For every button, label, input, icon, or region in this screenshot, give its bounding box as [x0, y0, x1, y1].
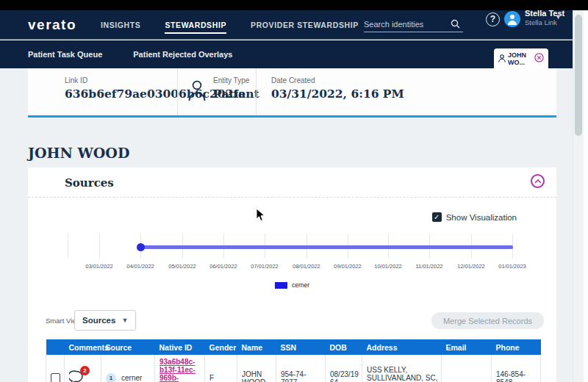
- sources-panel: Sources ✓ Show Visualization 03/01/2022 …: [28, 167, 556, 382]
- tick-label: 04/01/2022: [126, 263, 154, 270]
- legend-swatch-cerner: [275, 282, 287, 289]
- cell-gender: F: [205, 355, 237, 382]
- col-name: Name: [237, 339, 276, 355]
- nav-item-stewardship[interactable]: STEWARDSHIP: [165, 16, 226, 34]
- legend-label-cerner: cerner: [292, 281, 309, 289]
- col-phone: Phone: [492, 339, 541, 355]
- entity-type-label: Entity Type: [213, 76, 259, 84]
- scrollbar-thumb[interactable]: [575, 15, 582, 136]
- avatar[interactable]: [504, 11, 520, 27]
- tick-label: 12/01/2022: [457, 263, 485, 270]
- nav-item-insights[interactable]: INSIGHTS: [101, 16, 140, 34]
- cell-ssn: 954-74-7977: [276, 355, 326, 382]
- tick-label: 06/01/2022: [209, 263, 237, 270]
- entity-tab-chip[interactable]: JOHN WO...: [494, 48, 548, 68]
- timeline-series-cerner[interactable]: [140, 245, 513, 249]
- search-input[interactable]: [364, 18, 451, 32]
- tick-label: 01/01/2023: [498, 263, 526, 270]
- page-title: JOHN WOOD: [28, 145, 129, 161]
- main-nav: INSIGHTS STEWARDSHIP PROVIDER STEWARDSHI…: [101, 16, 359, 34]
- native-id-link[interactable]: 93a6b48c-b13f-11ec-969b-5ecd9c44174a: [159, 358, 201, 382]
- col-select: [46, 339, 65, 355]
- tick-label: 05/01/2022: [168, 263, 196, 270]
- show-visualization-checkbox[interactable]: ✓: [432, 212, 442, 222]
- show-visualization-toggle[interactable]: ✓ Show Visualization: [432, 212, 517, 222]
- cell-dob: 08/23/1964: [326, 355, 362, 382]
- col-email: Email: [442, 339, 492, 355]
- tick-label: 09/01/2022: [334, 263, 362, 270]
- patient-icon: [187, 79, 207, 115]
- date-created-value: 03/31/2022, 6:16 PM: [271, 87, 556, 101]
- row-checkbox[interactable]: [51, 373, 60, 382]
- col-address: Address: [362, 339, 442, 355]
- search-icon[interactable]: [451, 18, 460, 32]
- col-ssn: SSN: [276, 339, 326, 355]
- link-id-section: Link ID 636b6ef79ae03006b6c202fa: [28, 68, 177, 115]
- link-id-label: Link ID: [65, 76, 177, 84]
- page-scrollbar[interactable]: [573, 10, 584, 382]
- source-timeline-chart: 03/01/2022 04/01/2022 05/01/2022 06/01/2…: [28, 234, 556, 270]
- col-dob: DOB: [326, 339, 362, 355]
- link-id-value: 636b6ef79ae03006b6c202fa: [65, 87, 177, 101]
- entity-chip-label: JOHN WO...: [508, 51, 531, 66]
- comment-count-badge: 2: [80, 366, 90, 375]
- date-created-label: Date Created: [271, 76, 556, 84]
- tick-label: 07/01/2022: [251, 263, 279, 270]
- chevron-down-icon[interactable]: ▼: [555, 13, 562, 21]
- tick-label: 11/01/2022: [416, 263, 443, 270]
- collapse-panel-button[interactable]: [531, 174, 545, 188]
- window-right-gutter: [584, 10, 588, 382]
- window-top-strip: [0, 0, 588, 10]
- date-created-section: Date Created 03/31/2022, 6:16 PM: [256, 68, 556, 115]
- smart-view-value: Sources: [82, 316, 115, 325]
- cell-email: [442, 355, 492, 382]
- table-header-row: Comments Source Native ID Gender Name SS…: [46, 339, 541, 355]
- chevron-up-icon: [534, 179, 542, 184]
- identity-summary-card: Link ID 636b6ef79ae03006b6c202fa Entity …: [28, 68, 556, 118]
- panel-divider: [28, 197, 556, 198]
- cell-name: JOHN WOOD: [237, 355, 276, 382]
- help-icon[interactable]: ?: [486, 12, 500, 26]
- subnav-item-patient-task-queue[interactable]: Patient Task Queue: [28, 50, 102, 59]
- source-count-badge: 1: [106, 373, 116, 382]
- nav-item-provider-stewardship[interactable]: PROVIDER STEWARDSHIP: [251, 16, 359, 34]
- smart-view-select[interactable]: Sources ▼: [74, 310, 136, 331]
- person-icon: [498, 52, 506, 65]
- timeline-start-point[interactable]: [137, 243, 145, 251]
- close-icon[interactable]: [534, 52, 544, 65]
- col-comments: Comments: [65, 339, 101, 355]
- subnav-item-patient-rejected-overlays[interactable]: Patient Rejected Overlays: [133, 50, 232, 59]
- secondary-navbar: Patient Task Queue Patient Rejected Over…: [0, 40, 573, 68]
- tick-label: 10/01/2022: [374, 263, 402, 270]
- comments-button[interactable]: 2: [69, 370, 85, 382]
- chart-legend: cerner: [28, 281, 556, 289]
- top-navbar: verato INSIGHTS STEWARDSHIP PROVIDER STE…: [0, 10, 573, 40]
- show-visualization-label: Show Visualization: [446, 213, 517, 222]
- sources-table: Comments Source Native ID Gender Name SS…: [46, 339, 541, 382]
- cell-address: USS KELLY, SULLIVANLAND, SC, 44556: [362, 355, 442, 382]
- tick-label: 03/01/2022: [85, 263, 113, 270]
- table-controls-row: Smart View Sources ▼ Merge Selected Reco…: [46, 310, 544, 332]
- table-row: 2 1 cerner 93a6b48c-b13f-11ec-969b-5ecd9…: [46, 355, 541, 382]
- entity-type-section: Entity Type Patient: [177, 68, 256, 115]
- cell-phone: 146-854-8548: [492, 355, 541, 382]
- verato-logo: verato: [28, 17, 76, 33]
- col-native-id: Native ID: [155, 339, 205, 355]
- gridline: [99, 234, 100, 259]
- gridline: [68, 234, 68, 259]
- tick-label: 08/01/2022: [293, 263, 320, 270]
- source-name: cerner: [121, 374, 142, 382]
- sources-panel-title: Sources: [65, 176, 114, 190]
- col-gender: Gender: [205, 339, 237, 355]
- merge-selected-records-button[interactable]: Merge Selected Records: [431, 312, 544, 329]
- identity-search[interactable]: [364, 18, 463, 32]
- entity-type-value: Patient: [213, 87, 259, 101]
- chevron-down-icon: ▼: [121, 317, 128, 324]
- col-source: Source: [101, 339, 155, 355]
